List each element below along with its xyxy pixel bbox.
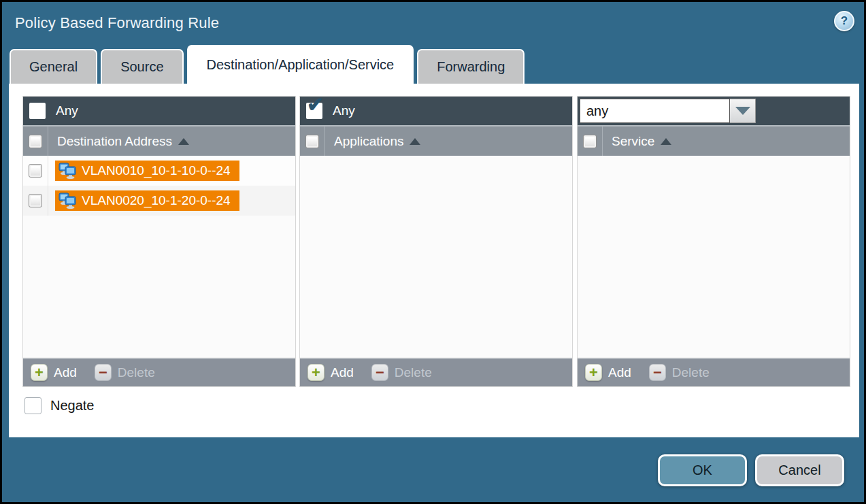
destination-select-all-checkbox[interactable] (29, 135, 42, 148)
delete-minus-icon: − (95, 364, 112, 381)
negate-label: Negate (50, 398, 95, 414)
applications-select-all-checkbox[interactable] (305, 135, 319, 148)
chevron-down-icon (735, 107, 750, 115)
destination-list: VLAN0010_10-1-10-0--24 (23, 156, 295, 357)
service-dropdown-button[interactable] (730, 99, 756, 123)
delete-minus-icon: − (371, 364, 388, 381)
service-select-all-checkbox[interactable] (583, 135, 597, 148)
applications-list-header: Applications (300, 125, 572, 156)
service-panel: any Service + Add (577, 96, 850, 387)
service-list (578, 156, 850, 357)
tab-source[interactable]: Source (101, 49, 183, 84)
destination-address-chip[interactable]: VLAN0020_10-1-20-0--24 (55, 190, 239, 211)
destination-column-header[interactable]: Destination Address (57, 134, 172, 149)
service-column-header[interactable]: Service (612, 134, 654, 149)
network-computers-icon (59, 163, 76, 179)
applications-column-header[interactable]: Applications (334, 134, 403, 149)
tab-destination-label: Destination/Application/Service (207, 57, 395, 73)
destination-any-checkbox[interactable] (29, 103, 46, 119)
negate-option: Negate (24, 397, 95, 414)
destination-address-2: VLAN0020_10-1-20-0--24 (82, 193, 231, 208)
tab-forwarding[interactable]: Forwarding (417, 49, 524, 84)
network-computers-icon (59, 192, 76, 209)
destination-delete-button[interactable]: − Delete (95, 364, 155, 381)
delete-minus-icon: − (649, 364, 666, 381)
destination-any-label: Any (56, 103, 78, 118)
ok-button[interactable]: OK (658, 454, 747, 486)
tab-forwarding-label: Forwarding (437, 59, 505, 75)
sort-ascending-icon[interactable] (178, 138, 189, 145)
add-plus-icon: + (307, 364, 324, 381)
applications-any-row: ✔ Any (300, 97, 572, 125)
destination-row1-checkbox[interactable] (29, 164, 42, 178)
destination-address-chip[interactable]: VLAN0010_10-1-10-0--24 (55, 161, 239, 181)
destination-address-1: VLAN0010_10-1-10-0--24 (82, 163, 231, 178)
service-dropdown-row: any (578, 97, 850, 125)
destination-address-panel: Any Destination Address (22, 96, 296, 387)
add-plus-icon: + (585, 364, 602, 381)
destination-any-row: Any (23, 97, 295, 125)
destination-row2-checkbox[interactable] (29, 194, 42, 207)
tab-bar: General Source Destination/Application/S… (10, 45, 524, 84)
destination-footer: + Add − Delete (23, 357, 295, 386)
checkmark-icon: ✔ (307, 95, 324, 115)
service-add-button[interactable]: + Add (585, 364, 631, 381)
tab-content-panel: Any Destination Address (9, 84, 859, 437)
tab-general-label: General (29, 59, 78, 75)
destination-list-header: Destination Address (23, 125, 295, 156)
service-delete-button[interactable]: − Delete (649, 364, 710, 381)
applications-footer: + Add − Delete (300, 357, 572, 386)
applications-any-checkbox[interactable]: ✔ (306, 103, 322, 119)
list-item[interactable]: VLAN0020_10-1-20-0--24 (23, 186, 295, 216)
tab-source-label: Source (120, 59, 163, 75)
tab-general[interactable]: General (10, 49, 97, 84)
service-footer: + Add − Delete (578, 357, 850, 386)
applications-any-label: Any (333, 103, 355, 118)
policy-based-forwarding-dialog: Policy Based Forwarding Rule ? General S… (0, 0, 866, 504)
applications-delete-button[interactable]: − Delete (371, 364, 432, 381)
cancel-button[interactable]: Cancel (755, 454, 844, 486)
applications-add-button[interactable]: + Add (307, 364, 354, 381)
list-item[interactable]: VLAN0010_10-1-10-0--24 (23, 156, 295, 186)
service-combobox: any (580, 99, 756, 123)
service-dropdown-value[interactable]: any (580, 99, 730, 123)
service-list-header: Service (578, 125, 850, 156)
sort-ascending-icon[interactable] (410, 138, 420, 145)
dialog-titlebar: Policy Based Forwarding Rule ? (2, 2, 864, 46)
negate-checkbox[interactable] (24, 397, 41, 414)
tab-destination-application-service[interactable]: Destination/Application/Service (187, 45, 414, 84)
applications-list (300, 156, 572, 357)
destination-add-button[interactable]: + Add (31, 364, 77, 381)
applications-panel: ✔ Any Applications + Add − Delete (299, 96, 573, 387)
add-plus-icon: + (31, 364, 48, 381)
help-icon[interactable]: ? (834, 11, 854, 31)
dialog-title: Policy Based Forwarding Rule (15, 14, 219, 32)
sort-ascending-icon[interactable] (661, 138, 671, 145)
